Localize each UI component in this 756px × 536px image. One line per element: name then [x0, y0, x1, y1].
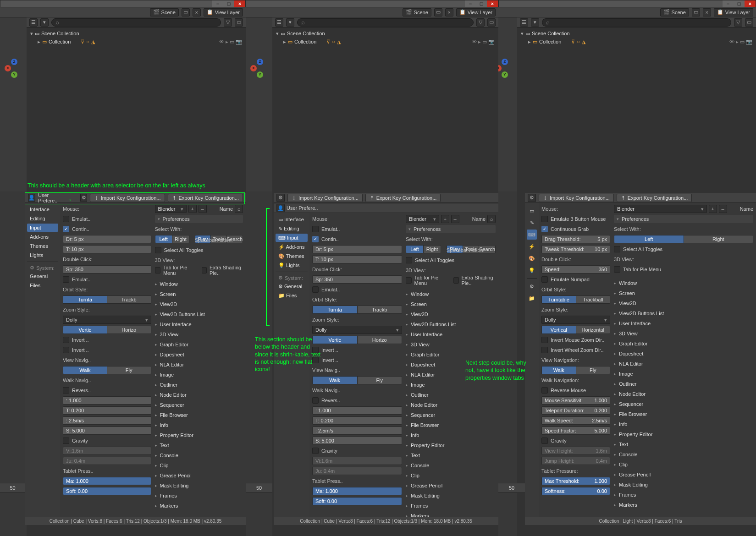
outliner-search-input[interactable]: [297, 18, 474, 27]
filter-icon[interactable]: ▽: [224, 18, 232, 27]
keymap-section[interactable]: Grease Pencil: [614, 470, 753, 479]
teleport-duration-field[interactable]: T: 0.200: [63, 406, 151, 415]
eye-icon[interactable]: 👁: [219, 39, 224, 45]
emulate-3button-checkbox[interactable]: Emulat..: [312, 225, 402, 233]
orbit-style-toggle[interactable]: TurntableTrackball: [541, 295, 610, 304]
nav-mode-toggle[interactable]: WalkFly: [63, 366, 151, 374]
cat-editing[interactable]: ✎ Editing: [276, 224, 308, 233]
scene-browse-button[interactable]: ▭: [182, 8, 190, 16]
cat-general-icon[interactable]: ⚙: [530, 281, 534, 291]
maximize-button[interactable]: □: [223, 0, 234, 7]
scene-delete-button[interactable]: ×: [193, 8, 201, 16]
keymap-section-dopesheet[interactable]: Dopesheet: [155, 350, 243, 359]
teleport-duration-field[interactable]: T: 0.200: [312, 416, 402, 425]
viewlayer-selector[interactable]: 📋View Layer: [456, 8, 496, 16]
orbit-style-toggle[interactable]: TurntaTrackb: [312, 306, 402, 314]
axis-x-icon[interactable]: X: [250, 65, 257, 71]
prefs-area-icon[interactable]: 👤: [28, 194, 35, 202]
jump-height-field[interactable]: Ju: 0.4m: [312, 467, 402, 475]
cat-files[interactable]: 📁 Files: [276, 291, 308, 300]
keymap-section[interactable]: Screen: [614, 289, 753, 297]
axis-y-icon[interactable]: Y: [11, 71, 17, 78]
doubleclick-speed-field[interactable]: Sp: 350: [63, 265, 151, 273]
close-button[interactable]: ×: [234, 0, 245, 7]
keymap-section[interactable]: Image: [614, 370, 753, 378]
scene-browse-button[interactable]: ▭: [692, 8, 700, 16]
keymap-section[interactable]: Node Editor: [614, 390, 753, 398]
jump-height-field[interactable]: Jump Height:0.4m: [541, 457, 610, 465]
keymap-section-image[interactable]: Image: [155, 371, 243, 379]
continuous-grab-checkbox[interactable]: Contin..: [63, 225, 151, 233]
cat-themes[interactable]: Themes: [27, 242, 58, 250]
cat-themes-icon[interactable]: 🎨: [529, 253, 535, 263]
keymap-section[interactable]: Clip: [614, 460, 753, 469]
drag-threshold-field[interactable]: Drag Threshold:5 px: [541, 235, 610, 243]
editor-type-icon[interactable]: ☰: [275, 18, 283, 27]
emulate-3button-checkbox[interactable]: Emulate 3 Button Mouse: [541, 215, 610, 223]
keymap-section[interactable]: Graph Editor: [614, 339, 753, 348]
select-all-toggles-checkbox[interactable]: Select All Toggles: [614, 245, 753, 253]
gear-icon[interactable]: ⚙: [276, 194, 285, 202]
outliner-search-input[interactable]: [51, 18, 221, 27]
add-button[interactable]: +: [441, 215, 449, 223]
speed-factor-field[interactable]: S: 5.000: [63, 427, 151, 435]
scene-selector[interactable]: 🎬Scene: [403, 8, 431, 16]
maximize-button[interactable]: □: [734, 0, 745, 7]
cat-addons[interactable]: ⚡ Add-ons: [276, 243, 308, 251]
cat-addons-icon[interactable]: ⚡: [529, 241, 535, 252]
tweak-threshold-field[interactable]: T: 10 px: [312, 255, 402, 263]
max-threshold-field[interactable]: Ma: 1.000: [312, 487, 402, 495]
keymap-section-markers[interactable]: Markers: [155, 502, 243, 510]
keymap-section[interactable]: Text: [614, 440, 753, 448]
close-button[interactable]: ×: [745, 0, 756, 7]
scene-browse-button[interactable]: ▭: [434, 8, 442, 16]
keymap-section-text[interactable]: Text: [155, 441, 243, 449]
nav-mode-toggle[interactable]: WalkFly: [312, 376, 402, 384]
render-icon[interactable]: 📷: [488, 39, 495, 45]
axis-z-icon[interactable]: Z: [502, 59, 508, 65]
keymap-section[interactable]: Outliner: [406, 391, 496, 399]
viewlayer-selector[interactable]: 📋View Layer: [204, 8, 243, 16]
export-keys-button[interactable]: ⭱Export Key Configuration...: [168, 194, 243, 202]
scene-selector[interactable]: 🎬Scene: [660, 8, 689, 16]
keymap-section[interactable]: NLA Editor: [406, 371, 496, 379]
outliner-search-input[interactable]: [542, 18, 731, 27]
speed-factor-field[interactable]: Speed Factor:5.000: [541, 427, 610, 435]
max-threshold-field[interactable]: Max Threshold:1.000: [541, 477, 610, 485]
tab-pie-checkbox[interactable]: Tab for Pie Menu: [406, 276, 448, 284]
select-all-toggles-checkbox[interactable]: Select All Toggles: [406, 256, 496, 264]
keymap-section[interactable]: File Browser: [614, 410, 753, 418]
invert-wheel-checkbox[interactable]: Invert ..: [63, 346, 151, 354]
keymap-section-mask[interactable]: Mask Editing: [155, 481, 243, 490]
keymap-section[interactable]: Dopesheet: [406, 361, 496, 369]
extra-shading-checkbox[interactable]: Extra Shading Pie..: [453, 276, 496, 284]
cat-interface[interactable]: Interface: [27, 205, 58, 213]
viewport-icon[interactable]: ▭: [740, 39, 745, 45]
axis-y-icon[interactable]: Y: [257, 71, 263, 78]
viewport-icon[interactable]: ▭: [482, 39, 487, 45]
keymap-section[interactable]: Sequencer: [614, 400, 753, 408]
doubleclick-speed-field[interactable]: Speed:350: [541, 265, 610, 273]
walk-speed-field[interactable]: : 2.5m/s: [312, 427, 402, 435]
collection-row[interactable]: ▸▭Collection⊽○◮👁▸▭📷: [30, 38, 242, 46]
keymap-section[interactable]: View2D: [406, 310, 496, 318]
preferences-panel[interactable]: Preferences: [406, 225, 496, 233]
add-button[interactable]: +: [709, 205, 717, 213]
cat-addons[interactable]: Add-ons: [27, 233, 58, 241]
cat-editing[interactable]: Editing: [27, 214, 58, 223]
render-icon[interactable]: 📷: [746, 39, 752, 45]
close-button[interactable]: ×: [487, 0, 498, 7]
keymap-section[interactable]: Property Editor: [406, 441, 496, 449]
keymap-section[interactable]: Image: [406, 381, 496, 389]
axis-z-icon[interactable]: Z: [11, 59, 17, 65]
keymap-section[interactable]: Screen: [406, 300, 496, 308]
invert-zoom-checkbox[interactable]: Invert Mouse Zoom Dir..: [541, 336, 610, 344]
keymap-section-filebrowser[interactable]: File Browser: [155, 411, 243, 419]
orbit-style-toggle[interactable]: TurntaTrackb: [63, 295, 151, 304]
tab-pie-checkbox[interactable]: Tab for Pie Menu: [155, 266, 196, 274]
cat-themes[interactable]: 🎨 Themes: [276, 252, 308, 260]
filter-icon[interactable]: ▽: [734, 18, 742, 27]
axis-z-icon[interactable]: Z: [257, 59, 263, 65]
keymap-section-info[interactable]: Info: [155, 421, 243, 429]
keymap-section[interactable]: Property Editor: [614, 430, 753, 438]
